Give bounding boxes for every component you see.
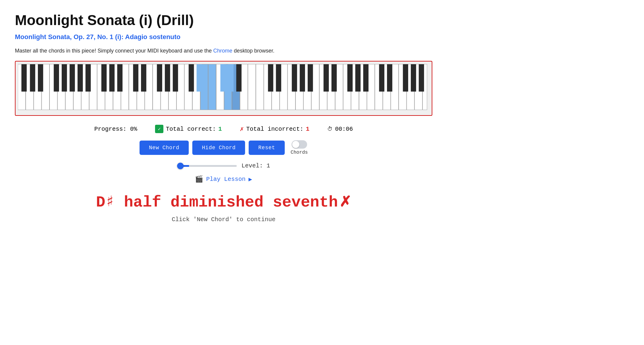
svg-rect-52 [21, 64, 27, 92]
svg-rect-71 [228, 64, 234, 92]
progress-text: Progress: 0% [94, 126, 137, 133]
svg-rect-81 [355, 64, 361, 92]
chord-incorrect-icon: ✗ [339, 194, 351, 210]
check-icon: ✓ [155, 125, 163, 133]
svg-rect-76 [300, 64, 305, 92]
piano-container: .wk { fill: white; stroke: #888; stroke-… [15, 61, 432, 116]
svg-rect-70 [220, 64, 226, 92]
buttons-row: New Chord Hide Chord Reset Chords [15, 140, 432, 155]
svg-rect-82 [363, 64, 369, 92]
svg-rect-61 [109, 64, 115, 92]
svg-rect-60 [101, 64, 107, 92]
description-text-after: desktop browser. [232, 48, 274, 54]
svg-rect-53 [30, 64, 35, 92]
play-lesson-row: 🎬 Play Lesson ▶ [15, 175, 432, 183]
timer-stat: ⏱ 00:06 [327, 126, 353, 133]
svg-rect-80 [347, 64, 353, 92]
svg-rect-67 [173, 64, 178, 92]
timer-icon: ⏱ [327, 126, 333, 132]
incorrect-stat: ✗ Total incorrect: 1 [240, 125, 309, 133]
svg-rect-64 [141, 64, 146, 92]
svg-rect-57 [69, 64, 75, 92]
svg-rect-59 [86, 64, 91, 92]
svg-rect-79 [332, 64, 337, 92]
svg-rect-24 [208, 64, 216, 110]
svg-rect-30 [256, 64, 264, 110]
svg-rect-87 [419, 64, 424, 92]
svg-rect-75 [292, 64, 297, 92]
toggle-knob [292, 141, 299, 148]
page-title: Moonlight Sonata (i) (Drill) [15, 12, 432, 28]
chord-display: D♯ half diminished seventh ✗ [15, 192, 432, 211]
svg-rect-68 [189, 64, 194, 92]
incorrect-label: Total incorrect: [246, 126, 304, 133]
svg-rect-56 [62, 64, 67, 92]
incorrect-value: 1 [306, 126, 309, 133]
svg-rect-77 [308, 64, 313, 92]
stats-row: Progress: 0% ✓ Total correct: 1 ✗ Total … [15, 125, 432, 133]
svg-rect-66 [165, 64, 170, 92]
level-slider[interactable] [177, 165, 237, 167]
play-lesson-label: Play Lesson [206, 176, 245, 183]
svg-rect-83 [379, 64, 384, 92]
svg-rect-54 [38, 64, 43, 92]
svg-rect-65 [157, 64, 162, 92]
svg-rect-72 [236, 64, 242, 92]
description: Master all the chords in this piece! Sim… [15, 47, 432, 55]
subtitle-link[interactable]: Moonlight Sonata, Op. 27, No. 1 (i): Ada… [15, 33, 432, 41]
svg-rect-55 [54, 64, 59, 92]
svg-rect-29 [248, 64, 256, 110]
new-chord-button[interactable]: New Chord [140, 141, 189, 155]
svg-rect-74 [276, 64, 281, 92]
timer-value: 00:06 [335, 126, 353, 133]
svg-rect-63 [133, 64, 138, 92]
piano-keyboard: .wk { fill: white; stroke: #888; stroke-… [18, 64, 429, 113]
svg-rect-58 [78, 64, 83, 92]
reset-button[interactable]: Reset [249, 141, 285, 155]
hide-chord-button[interactable]: Hide Chord [192, 141, 245, 155]
svg-rect-84 [387, 64, 392, 92]
level-row: Level: 1 [15, 162, 432, 169]
svg-rect-78 [323, 64, 329, 92]
svg-rect-85 [403, 64, 408, 92]
continue-text: Click 'New Chord' to continue [15, 216, 432, 223]
chords-toggle[interactable] [292, 140, 307, 149]
toggle-label: Chords [291, 150, 308, 155]
svg-rect-73 [268, 64, 273, 92]
x-icon: ✗ [240, 125, 244, 133]
chord-name: D♯ half diminished seventh [96, 194, 338, 211]
chrome-link[interactable]: Chrome [213, 48, 232, 54]
correct-stat: ✓ Total correct: 1 [155, 125, 222, 133]
svg-rect-69 [196, 64, 202, 92]
correct-value: 1 [218, 126, 222, 133]
play-arrow-icon: ▶ [248, 175, 252, 183]
svg-rect-86 [411, 64, 416, 92]
level-text: Level: 1 [242, 162, 270, 169]
chords-toggle-container: Chords [291, 140, 308, 155]
correct-label: Total correct: [166, 126, 216, 133]
svg-rect-62 [117, 64, 123, 92]
play-lesson-button[interactable]: 🎬 Play Lesson ▶ [195, 175, 252, 183]
description-text-before: Master all the chords in this piece! Sim… [15, 48, 213, 54]
clapperboard-icon: 🎬 [195, 175, 203, 183]
piano-svg: .wk { fill: white; stroke: #888; stroke-… [18, 64, 429, 112]
